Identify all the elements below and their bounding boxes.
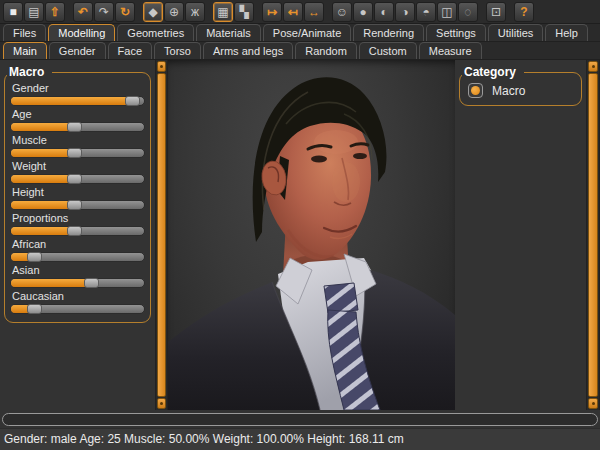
toolbar-button-top-view[interactable]: ◓: [416, 2, 436, 22]
slider-track-muscle[interactable]: [10, 148, 145, 158]
toolbar-button-symmetry-right[interactable]: ↦: [262, 2, 282, 22]
toolbar-button-load[interactable]: ▤: [24, 2, 44, 22]
tab-settings[interactable]: Settings: [426, 24, 486, 41]
subtab-main[interactable]: Main: [3, 42, 47, 59]
subtab-random[interactable]: Random: [295, 42, 357, 59]
redo-icon: ↷: [99, 6, 109, 18]
progress-row: [0, 410, 600, 428]
toolbar-button-wireframe[interactable]: ⊕: [164, 2, 184, 22]
macro-group-title: Macro: [7, 65, 52, 79]
toolbar-button-grid[interactable]: ▦: [213, 2, 233, 22]
scroll-up-button[interactable]: [157, 61, 166, 72]
tab-utilities[interactable]: Utilities: [488, 24, 543, 41]
slider-label: African: [12, 238, 145, 251]
toolbar-button-front-view[interactable]: ☺: [332, 2, 352, 22]
toolbar-button-symmetry[interactable]: ↔: [304, 2, 324, 22]
slider-handle[interactable]: [67, 122, 82, 132]
tab-geometries[interactable]: Geometries: [117, 24, 194, 41]
slider-proportions: Proportions: [10, 212, 145, 236]
status-bar: Gender: male Age: 25 Muscle: 50.00% Weig…: [0, 428, 600, 450]
slider-handle[interactable]: [27, 252, 42, 262]
toolbar-button-global-camera[interactable]: ◌: [458, 2, 478, 22]
slider-label: Age: [12, 108, 145, 121]
subtab-custom[interactable]: Custom: [359, 42, 417, 59]
radio-button[interactable]: [468, 83, 483, 98]
slider-track-age[interactable]: [10, 122, 145, 132]
slider-asian: Asian: [10, 264, 145, 288]
slider-track-asian[interactable]: [10, 278, 145, 288]
slider-label: Caucasian: [12, 290, 145, 303]
left-panel-scrollbar: [155, 60, 168, 410]
toolbar-button-redo[interactable]: ↷: [94, 2, 114, 22]
content-area: Macro Gender Age: [0, 60, 600, 410]
slider-list: Gender Age: [10, 82, 145, 314]
slider-track-gender[interactable]: [10, 96, 145, 106]
scrollbar-thumb[interactable]: [588, 73, 598, 397]
slider-track-weight[interactable]: [10, 174, 145, 184]
slider-muscle: Muscle: [10, 134, 145, 158]
scroll-down-button[interactable]: [588, 398, 598, 409]
scroll-up-button[interactable]: [588, 61, 598, 72]
slider-age: Age: [10, 108, 145, 132]
slider-handle[interactable]: [27, 304, 42, 314]
slider-label: Height: [12, 186, 145, 199]
tab-files[interactable]: Files: [3, 24, 46, 41]
toolbar-button-symmetry-left[interactable]: ↤: [283, 2, 303, 22]
slider-handle[interactable]: [67, 174, 82, 184]
viewport-3d[interactable]: [168, 60, 455, 410]
toolbar-button-help[interactable]: ?: [514, 2, 534, 22]
category-option-macro[interactable]: Macro: [465, 82, 576, 99]
slider-handle[interactable]: [84, 278, 99, 288]
slider-track-african[interactable]: [10, 252, 145, 262]
help-icon: ?: [520, 6, 527, 18]
subtab-torso[interactable]: Torso: [154, 42, 201, 59]
main-toolbar: ■ ▤ ⇧ ↶ ↷ ↻ ◆: [0, 0, 600, 24]
subtab-gender[interactable]: Gender: [49, 42, 106, 59]
toolbar-button-new[interactable]: ■: [3, 2, 23, 22]
toolbar-button-grab-screen[interactable]: ⊡: [486, 2, 506, 22]
slider-track-caucasian[interactable]: [10, 304, 145, 314]
slider-handle[interactable]: [67, 200, 82, 210]
toolbar-button-right-view[interactable]: ◑: [395, 2, 415, 22]
category-group-title: Category: [462, 65, 524, 79]
slider-track-proportions[interactable]: [10, 226, 145, 236]
slider-caucasian: Caucasian: [10, 290, 145, 314]
load-icon: ▤: [28, 6, 39, 18]
tab-materials[interactable]: Materials: [196, 24, 261, 41]
toolbar-button-undo[interactable]: ↶: [73, 2, 93, 22]
subtab-arms-and-legs[interactable]: Arms and legs: [203, 42, 293, 59]
background-icon: ▚: [239, 6, 248, 18]
slider-fill: [11, 201, 71, 209]
slider-height: Height: [10, 186, 145, 210]
subtab-face[interactable]: Face: [108, 42, 152, 59]
slider-handle[interactable]: [67, 148, 82, 158]
right-panel-scrollbar: [586, 60, 600, 410]
wireframe-icon: ⊕: [169, 6, 179, 18]
slider-fill: [11, 123, 71, 131]
slider-track-height[interactable]: [10, 200, 145, 210]
toolbar-button-background[interactable]: ▚: [234, 2, 254, 22]
tab-modelling[interactable]: Modelling: [48, 24, 115, 41]
slider-handle[interactable]: [67, 226, 82, 236]
tab-help[interactable]: Help: [545, 24, 588, 41]
toolbar-button-bottom-view[interactable]: ◫: [437, 2, 457, 22]
toolbar-button-left-view[interactable]: ◐: [374, 2, 394, 22]
new-icon: ■: [9, 6, 16, 18]
toolbar-button-pose[interactable]: ж: [185, 2, 205, 22]
slider-handle[interactable]: [125, 96, 140, 106]
tab-rendering[interactable]: Rendering: [353, 24, 424, 41]
scrollbar-thumb[interactable]: [157, 73, 166, 397]
category-options: Macro: [465, 82, 576, 99]
toolbar-button-back-view[interactable]: ●: [353, 2, 373, 22]
scroll-down-button[interactable]: [157, 398, 166, 409]
toolbar-button-save[interactable]: ⇧: [45, 2, 65, 22]
subtab-measure[interactable]: Measure: [419, 42, 482, 59]
slider-label: Gender: [12, 82, 145, 95]
tab-pose-animate[interactable]: Pose/Animate: [263, 24, 351, 41]
human-model[interactable]: [168, 60, 455, 410]
slider-label: Proportions: [12, 212, 145, 225]
toolbar-button-reset[interactable]: ↻: [115, 2, 135, 22]
slider-fill: [11, 279, 88, 287]
front-view-icon: ☺: [336, 6, 348, 18]
toolbar-button-smooth[interactable]: ◆: [143, 2, 163, 22]
